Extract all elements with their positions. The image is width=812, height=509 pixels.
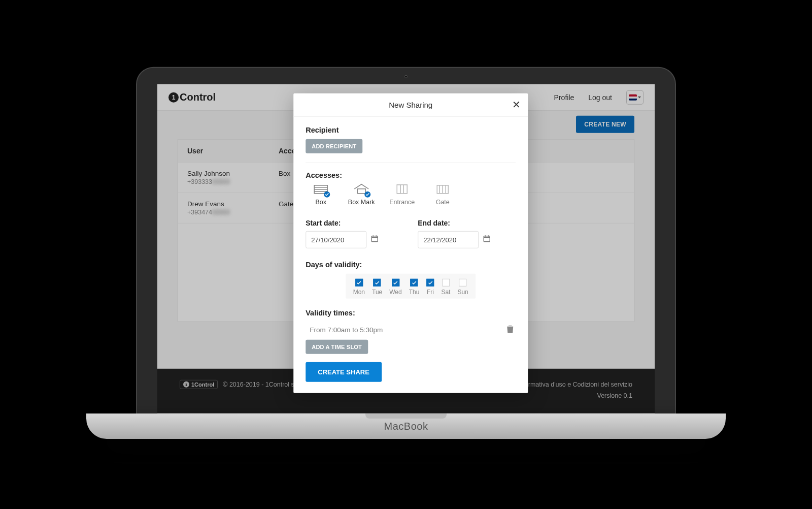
days-of-week: Mon Tue Wed Thu Fri Sat Sun bbox=[346, 274, 476, 299]
access-option-gate[interactable]: Gate bbox=[427, 184, 458, 206]
accesses-label: Accesses: bbox=[306, 171, 516, 179]
nav-logout[interactable]: Log out bbox=[588, 93, 612, 101]
end-date-label: End date: bbox=[418, 219, 516, 227]
top-nav: Profile Log out bbox=[554, 90, 644, 104]
dow-label: Days of validity: bbox=[306, 261, 516, 269]
dow-label: Thu bbox=[409, 289, 420, 296]
gate-icon bbox=[434, 183, 451, 197]
access-option-entrance[interactable]: Entrance bbox=[387, 184, 417, 206]
dow-tue-checkbox[interactable] bbox=[374, 279, 381, 287]
nav-profile[interactable]: Profile bbox=[554, 93, 574, 101]
footer-terms-link[interactable]: Informativa d'uso e Codizioni del serviz… bbox=[518, 381, 632, 388]
create-new-button[interactable]: CREATE NEW bbox=[576, 116, 634, 133]
dow-label: Sun bbox=[457, 289, 468, 296]
brand-text: Control bbox=[180, 91, 216, 103]
recipient-label: Recipient bbox=[306, 126, 516, 134]
chevron-down-icon bbox=[638, 96, 641, 98]
svg-rect-13 bbox=[371, 236, 378, 242]
create-share-button[interactable]: CREATE SHARE bbox=[306, 362, 382, 382]
dow-sun-checkbox[interactable] bbox=[459, 279, 467, 287]
dow-sat-checkbox[interactable] bbox=[442, 279, 450, 287]
dow-label: Tue bbox=[372, 289, 382, 296]
divider bbox=[306, 163, 516, 163]
end-date-input[interactable] bbox=[418, 231, 479, 248]
user-phone: +39333300000 bbox=[187, 178, 279, 185]
close-icon: ✕ bbox=[512, 99, 521, 110]
trash-icon bbox=[506, 327, 514, 335]
svg-rect-17 bbox=[484, 236, 490, 242]
dow-fri-checkbox[interactable] bbox=[426, 279, 434, 287]
brand-badge-icon: 1 bbox=[168, 92, 179, 102]
app-viewport: 1 Control Profile Log out CREATE NEW Use… bbox=[157, 84, 655, 413]
check-icon bbox=[324, 192, 330, 198]
access-option-box[interactable]: Box bbox=[306, 184, 336, 206]
user-phone: +39347400000 bbox=[187, 209, 279, 216]
calendar-icon[interactable] bbox=[370, 235, 379, 245]
start-date-label: Start date: bbox=[306, 219, 403, 227]
dow-mon-checkbox[interactable] bbox=[355, 279, 363, 287]
dow-wed-checkbox[interactable] bbox=[392, 279, 399, 287]
access-label: Box Mark bbox=[348, 199, 375, 206]
dow-label: Wed bbox=[389, 289, 401, 296]
user-name: Drew Evans bbox=[187, 200, 279, 208]
add-timeslot-button[interactable]: ADD A TIME SLOT bbox=[306, 340, 368, 354]
col-user: User bbox=[187, 147, 279, 155]
timeslot-text: From 7:00am to 5:30pm bbox=[310, 326, 383, 334]
svg-rect-5 bbox=[397, 185, 400, 194]
brand-logo[interactable]: 1 Control bbox=[168, 91, 216, 103]
entrance-door-icon bbox=[394, 183, 410, 197]
dow-label: Mon bbox=[353, 289, 365, 296]
svg-rect-6 bbox=[403, 185, 407, 194]
modal-close-button[interactable]: ✕ bbox=[512, 99, 521, 111]
laptop-camera-dot bbox=[404, 75, 408, 78]
calendar-icon[interactable] bbox=[483, 235, 491, 245]
access-label: Box bbox=[315, 199, 326, 206]
accesses-list: Box bbox=[306, 184, 516, 206]
laptop-bezel: 1 Control Profile Log out CREATE NEW Use… bbox=[137, 68, 675, 413]
laptop-brand-text: MacBook bbox=[384, 421, 428, 432]
validity-times-label: Validity times: bbox=[306, 309, 516, 317]
delete-timeslot-button[interactable] bbox=[506, 325, 514, 335]
uk-flag-icon bbox=[629, 94, 637, 100]
access-option-box-mark[interactable]: Box Mark bbox=[346, 184, 377, 206]
timeslot-row: From 7:00am to 5:30pm bbox=[306, 322, 516, 340]
dow-label: Fri bbox=[427, 289, 434, 296]
dow-label: Sat bbox=[441, 289, 450, 296]
access-label: Entrance bbox=[389, 199, 415, 206]
start-date-input[interactable] bbox=[306, 231, 366, 248]
language-selector[interactable] bbox=[626, 90, 644, 104]
access-label: Gate bbox=[436, 199, 450, 206]
laptop-base: MacBook bbox=[86, 413, 726, 439]
dow-thu-checkbox[interactable] bbox=[411, 279, 418, 287]
modal-header: New Sharing ✕ bbox=[293, 93, 528, 117]
footer-brand-chip: 1 1Control bbox=[180, 380, 218, 389]
user-name: Sally Johnson bbox=[187, 170, 279, 177]
new-sharing-modal: New Sharing ✕ Recipient ADD RECIPIENT Ac… bbox=[293, 93, 528, 393]
modal-title: New Sharing bbox=[389, 101, 432, 109]
check-icon bbox=[364, 192, 370, 198]
footer-version: Versione 0.1 bbox=[180, 392, 632, 399]
laptop-hinge-notch bbox=[365, 413, 447, 419]
add-recipient-button[interactable]: ADD RECIPIENT bbox=[306, 139, 362, 153]
